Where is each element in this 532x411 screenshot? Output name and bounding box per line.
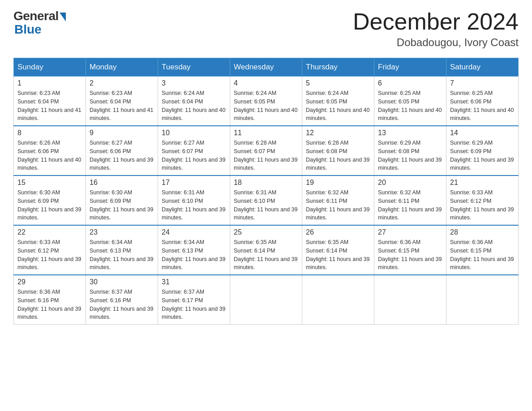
calendar-week-row: 15 Sunrise: 6:30 AM Sunset: 6:09 PM Dayl… <box>14 176 519 225</box>
day-number: 24 <box>162 228 226 236</box>
day-number: 16 <box>90 179 154 187</box>
day-number: 31 <box>162 278 226 286</box>
logo: General Blue <box>13 9 66 37</box>
day-number: 12 <box>306 129 370 137</box>
day-number: 30 <box>90 278 154 286</box>
day-number: 20 <box>378 179 442 187</box>
day-number: 15 <box>17 179 82 187</box>
day-info: Sunrise: 6:34 AM Sunset: 6:13 PM Dayligh… <box>90 238 154 272</box>
day-info: Sunrise: 6:29 AM Sunset: 6:08 PM Dayligh… <box>378 139 442 172</box>
calendar-cell <box>446 275 519 325</box>
day-info: Sunrise: 6:35 AM Sunset: 6:14 PM Dayligh… <box>306 238 370 272</box>
location-subtitle: Dobadougou, Ivory Coast <box>353 36 519 49</box>
calendar-cell: 24 Sunrise: 6:34 AM Sunset: 6:13 PM Dayl… <box>158 225 230 275</box>
calendar-cell: 16 Sunrise: 6:30 AM Sunset: 6:09 PM Dayl… <box>86 176 158 225</box>
calendar-week-row: 8 Sunrise: 6:26 AM Sunset: 6:06 PM Dayli… <box>14 126 519 176</box>
calendar-cell: 31 Sunrise: 6:37 AM Sunset: 6:17 PM Dayl… <box>158 275 230 325</box>
calendar-cell <box>302 275 374 325</box>
day-number: 14 <box>450 129 515 137</box>
calendar-cell: 23 Sunrise: 6:34 AM Sunset: 6:13 PM Dayl… <box>86 225 158 275</box>
day-number: 28 <box>450 228 515 236</box>
day-number: 26 <box>306 228 370 236</box>
day-number: 13 <box>378 129 442 137</box>
day-info: Sunrise: 6:28 AM Sunset: 6:07 PM Dayligh… <box>234 139 298 172</box>
calendar-cell <box>374 275 446 325</box>
day-info: Sunrise: 6:25 AM Sunset: 6:05 PM Dayligh… <box>378 89 442 123</box>
day-number: 5 <box>306 79 370 87</box>
calendar-cell: 9 Sunrise: 6:27 AM Sunset: 6:06 PM Dayli… <box>86 126 158 176</box>
calendar-cell: 1 Sunrise: 6:23 AM Sunset: 6:04 PM Dayli… <box>14 77 86 126</box>
calendar-cell: 30 Sunrise: 6:37 AM Sunset: 6:16 PM Dayl… <box>86 275 158 325</box>
day-number: 23 <box>90 228 154 236</box>
day-info: Sunrise: 6:23 AM Sunset: 6:04 PM Dayligh… <box>90 89 154 123</box>
calendar-cell: 18 Sunrise: 6:31 AM Sunset: 6:10 PM Dayl… <box>230 176 302 225</box>
title-section: December 2024 Dobadougou, Ivory Coast <box>353 9 519 49</box>
day-number: 22 <box>17 228 82 236</box>
calendar-cell: 27 Sunrise: 6:36 AM Sunset: 6:15 PM Dayl… <box>374 225 446 275</box>
header-wednesday: Wednesday <box>230 58 302 77</box>
calendar-cell: 17 Sunrise: 6:31 AM Sunset: 6:10 PM Dayl… <box>158 176 230 225</box>
day-info: Sunrise: 6:24 AM Sunset: 6:05 PM Dayligh… <box>234 89 298 123</box>
day-info: Sunrise: 6:30 AM Sunset: 6:09 PM Dayligh… <box>90 188 154 222</box>
page-header: General Blue December 2024 Dobadougou, I… <box>13 9 519 49</box>
day-info: Sunrise: 6:32 AM Sunset: 6:11 PM Dayligh… <box>306 188 370 222</box>
header-saturday: Saturday <box>446 58 519 77</box>
day-info: Sunrise: 6:24 AM Sunset: 6:04 PM Dayligh… <box>162 89 226 123</box>
day-number: 10 <box>162 129 226 137</box>
day-number: 9 <box>90 129 154 137</box>
day-info: Sunrise: 6:27 AM Sunset: 6:07 PM Dayligh… <box>162 139 226 172</box>
day-info: Sunrise: 6:24 AM Sunset: 6:05 PM Dayligh… <box>306 89 370 123</box>
calendar-cell: 8 Sunrise: 6:26 AM Sunset: 6:06 PM Dayli… <box>14 126 86 176</box>
day-info: Sunrise: 6:27 AM Sunset: 6:06 PM Dayligh… <box>90 139 154 172</box>
day-info: Sunrise: 6:36 AM Sunset: 6:15 PM Dayligh… <box>378 238 442 272</box>
day-info: Sunrise: 6:28 AM Sunset: 6:08 PM Dayligh… <box>306 139 370 172</box>
calendar-week-row: 22 Sunrise: 6:33 AM Sunset: 6:12 PM Dayl… <box>14 225 519 275</box>
day-number: 29 <box>17 278 82 286</box>
day-info: Sunrise: 6:25 AM Sunset: 6:06 PM Dayligh… <box>450 89 515 123</box>
calendar-week-row: 29 Sunrise: 6:36 AM Sunset: 6:16 PM Dayl… <box>14 275 519 325</box>
logo-general-text: General <box>13 9 59 23</box>
day-number: 17 <box>162 179 226 187</box>
calendar-cell: 26 Sunrise: 6:35 AM Sunset: 6:14 PM Dayl… <box>302 225 374 275</box>
day-info: Sunrise: 6:37 AM Sunset: 6:16 PM Dayligh… <box>90 288 154 321</box>
day-info: Sunrise: 6:36 AM Sunset: 6:16 PM Dayligh… <box>17 288 82 321</box>
calendar-cell: 5 Sunrise: 6:24 AM Sunset: 6:05 PM Dayli… <box>302 77 374 126</box>
calendar-cell: 4 Sunrise: 6:24 AM Sunset: 6:05 PM Dayli… <box>230 77 302 126</box>
logo-blue-text: Blue <box>14 22 42 37</box>
calendar-cell: 14 Sunrise: 6:29 AM Sunset: 6:09 PM Dayl… <box>446 126 519 176</box>
day-info: Sunrise: 6:34 AM Sunset: 6:13 PM Dayligh… <box>162 238 226 272</box>
day-number: 21 <box>450 179 515 187</box>
day-number: 2 <box>90 79 154 87</box>
header-thursday: Thursday <box>302 58 374 77</box>
day-info: Sunrise: 6:31 AM Sunset: 6:10 PM Dayligh… <box>162 188 226 222</box>
day-number: 25 <box>234 228 298 236</box>
header-tuesday: Tuesday <box>158 58 230 77</box>
day-number: 1 <box>17 79 82 87</box>
logo-triangle-icon <box>60 13 66 21</box>
day-number: 11 <box>234 129 298 137</box>
calendar-cell <box>230 275 302 325</box>
calendar-cell: 6 Sunrise: 6:25 AM Sunset: 6:05 PM Dayli… <box>374 77 446 126</box>
day-info: Sunrise: 6:35 AM Sunset: 6:14 PM Dayligh… <box>234 238 298 272</box>
header-friday: Friday <box>374 58 446 77</box>
calendar-cell: 28 Sunrise: 6:36 AM Sunset: 6:15 PM Dayl… <box>446 225 519 275</box>
calendar-cell: 2 Sunrise: 6:23 AM Sunset: 6:04 PM Dayli… <box>86 77 158 126</box>
day-info: Sunrise: 6:33 AM Sunset: 6:12 PM Dayligh… <box>17 238 82 272</box>
calendar-cell: 11 Sunrise: 6:28 AM Sunset: 6:07 PM Dayl… <box>230 126 302 176</box>
day-info: Sunrise: 6:26 AM Sunset: 6:06 PM Dayligh… <box>17 139 82 172</box>
calendar-cell: 7 Sunrise: 6:25 AM Sunset: 6:06 PM Dayli… <box>446 77 519 126</box>
calendar-cell: 13 Sunrise: 6:29 AM Sunset: 6:08 PM Dayl… <box>374 126 446 176</box>
calendar-header-row: SundayMondayTuesdayWednesdayThursdayFrid… <box>14 58 519 77</box>
day-info: Sunrise: 6:23 AM Sunset: 6:04 PM Dayligh… <box>17 89 82 123</box>
day-info: Sunrise: 6:32 AM Sunset: 6:11 PM Dayligh… <box>378 188 442 222</box>
day-number: 3 <box>162 79 226 87</box>
calendar-table: SundayMondayTuesdayWednesdayThursdayFrid… <box>13 58 519 325</box>
month-year-title: December 2024 <box>353 9 519 34</box>
calendar-cell: 29 Sunrise: 6:36 AM Sunset: 6:16 PM Dayl… <box>14 275 86 325</box>
calendar-cell: 21 Sunrise: 6:33 AM Sunset: 6:12 PM Dayl… <box>446 176 519 225</box>
header-sunday: Sunday <box>14 58 86 77</box>
day-number: 19 <box>306 179 370 187</box>
day-info: Sunrise: 6:33 AM Sunset: 6:12 PM Dayligh… <box>450 188 515 222</box>
day-info: Sunrise: 6:30 AM Sunset: 6:09 PM Dayligh… <box>17 188 82 222</box>
day-info: Sunrise: 6:29 AM Sunset: 6:09 PM Dayligh… <box>450 139 515 172</box>
